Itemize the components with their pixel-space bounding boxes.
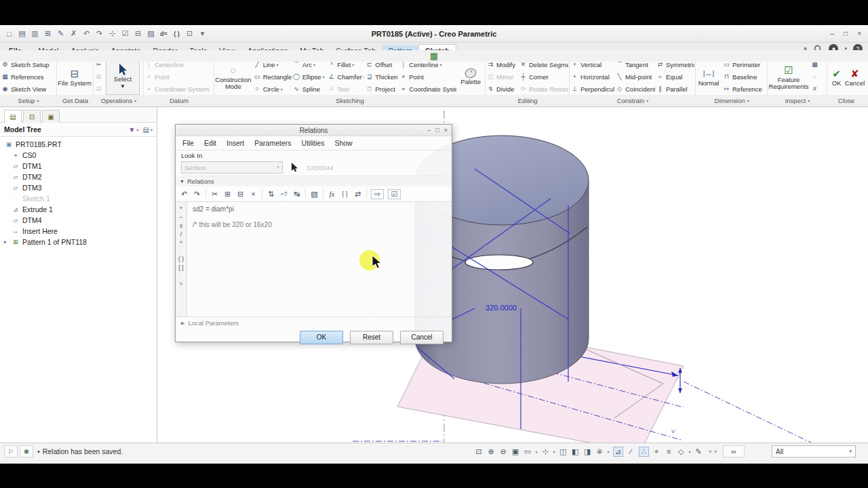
annotation-display-icon[interactable]: ≡ xyxy=(665,447,673,455)
selection-filter-select[interactable]: All▾ xyxy=(772,445,856,458)
equals-button[interactable]: = xyxy=(180,280,183,289)
select-object-cursor-icon[interactable] xyxy=(291,163,298,172)
select-button[interactable]: Select▾ xyxy=(106,58,140,95)
insert-image-icon[interactable]: ▧ xyxy=(310,190,319,199)
dialog-ok-button[interactable]: OK xyxy=(300,331,343,344)
menu-utilities[interactable]: Utilities xyxy=(302,139,325,147)
divide-operator-button[interactable]: / xyxy=(180,231,182,240)
verify-relations-icon[interactable]: ☑ xyxy=(388,189,401,199)
redo-icon[interactable]: ↷ xyxy=(94,28,105,39)
menu-insert[interactable]: Insert xyxy=(226,139,244,147)
csys-display-icon[interactable]: ⌖ xyxy=(652,447,661,456)
customize-toolbar-icon[interactable]: ▾ xyxy=(197,28,208,39)
file-system-button[interactable]: ⊟File System xyxy=(57,58,92,95)
verify-window-icon[interactable]: ☑ xyxy=(119,28,131,39)
paste-button[interactable]: ⊟ xyxy=(94,83,106,95)
overlapping-geometry-button[interactable]: # xyxy=(810,83,822,95)
relations-text-area[interactable]: sd2 = diam*pi /* this will be 320 or 16x… xyxy=(187,202,452,317)
mid-point-constraint-button[interactable]: ╲Mid-point xyxy=(614,70,655,83)
dialog-reset-button[interactable]: Reset xyxy=(350,331,393,344)
project-button[interactable]: □Project xyxy=(364,83,398,95)
cut-icon[interactable]: ✂ xyxy=(210,190,219,199)
tree-item-extrude1[interactable]: ⊿Extrude 1 xyxy=(4,204,157,215)
open-document-icon[interactable]: ▤ xyxy=(16,28,28,39)
brackets-button[interactable]: [ ] xyxy=(178,264,183,273)
menu-edit[interactable]: Edit xyxy=(204,139,216,147)
sketch-view-button[interactable]: ◉Sketch View xyxy=(0,83,50,95)
tree-item-pattern[interactable]: ▸⊞Pattern 1 of PNT118 xyxy=(4,237,157,247)
text-button[interactable]: AText xyxy=(326,83,364,95)
spin-center-icon[interactable]: ◇ xyxy=(677,447,686,456)
units-icon[interactable]: ↹ xyxy=(292,190,301,199)
plane-display-icon[interactable]: ⊿ xyxy=(613,447,623,457)
save-icon[interactable]: ▥ xyxy=(29,28,41,39)
group-constrain[interactable]: Constrain▾ xyxy=(570,95,696,106)
tree-item-sketch1[interactable]: ◌Sketch 1 xyxy=(4,193,157,204)
normal-dimension-button[interactable]: |↔|Normal xyxy=(696,58,722,95)
power-operator-button[interactable]: ^ xyxy=(180,240,182,249)
ellipse-button[interactable]: ◯Ellipse▾ xyxy=(292,70,327,83)
minus-operator-button[interactable]: − xyxy=(180,214,183,222)
chamfer-button[interactable]: ∠Chamfer▾ xyxy=(326,70,364,83)
display-style-icon[interactable]: ◫ xyxy=(559,447,568,456)
dialog-close-button[interactable]: × xyxy=(444,127,448,134)
reorder-relations-icon[interactable]: ⇅ xyxy=(267,190,275,199)
copy-button[interactable]: ⊞ xyxy=(94,70,106,83)
refit-icon[interactable]: ▣ xyxy=(511,447,520,456)
menu-file[interactable]: File xyxy=(182,139,194,147)
view-manager-icon[interactable]: ⊹ xyxy=(541,447,550,456)
zoom-out-icon[interactable]: ⊖ xyxy=(499,447,508,456)
dialog-minimize-button[interactable]: – xyxy=(427,127,431,134)
group-setup[interactable]: Setup▾ xyxy=(0,95,57,106)
coincident-constraint-button[interactable]: ◇Coincident xyxy=(614,83,655,95)
switch-dimensions-icon[interactable]: ⇄ xyxy=(353,190,362,199)
favorites-tab[interactable]: ▣ xyxy=(42,110,60,123)
window-switch-icon[interactable]: ⊡ xyxy=(184,28,195,39)
cancel-button[interactable]: ✘Cancel xyxy=(846,58,864,95)
highlight-open-ends-button[interactable]: ◌ xyxy=(810,70,822,83)
regenerate-icon[interactable]: ⊹ xyxy=(106,28,118,39)
new-document-icon[interactable]: □ xyxy=(3,28,15,39)
copy-icon[interactable]: ⊞ xyxy=(223,190,232,199)
perspective-icon[interactable]: ◧ xyxy=(571,447,580,456)
parallel-constraint-button[interactable]: ∥Parallel xyxy=(655,83,694,95)
screen-tip-icon[interactable]: ✱ xyxy=(20,445,33,458)
graphics-area[interactable]: 320.0000 V Relations – □ × File Edit Ins… xyxy=(157,107,868,445)
tree-filters-icon[interactable]: ▼ xyxy=(129,126,136,134)
group-dimension[interactable]: Dimension▾ xyxy=(696,95,768,106)
mirror-button[interactable]: ◫Mirror xyxy=(486,70,518,83)
model-edit-icon[interactable]: ✎ xyxy=(55,28,66,39)
relations-section-header[interactable]: ▼ Relations xyxy=(176,176,452,186)
comment-icon[interactable]: =? xyxy=(279,190,288,197)
expander-icon[interactable]: ▸ xyxy=(4,239,11,245)
datum-point-button[interactable]: ×Point xyxy=(144,70,210,83)
look-in-select[interactable]: Section▾ xyxy=(181,161,283,174)
menu-parameters[interactable]: Parameters xyxy=(254,139,291,147)
relations-icon[interactable]: d= xyxy=(158,28,170,39)
spline-button[interactable]: ∿Spline xyxy=(292,83,327,95)
dimension-label[interactable]: 320.0000 xyxy=(486,304,517,312)
group-inspect[interactable]: Inspect▾ xyxy=(768,95,827,106)
rotate-resize-button[interactable]: ⟳Rotate Resize xyxy=(518,83,568,95)
dialog-cancel-button[interactable]: Cancel xyxy=(400,331,443,344)
shade-options-icon[interactable]: ◨ xyxy=(583,447,592,456)
local-parameters-section[interactable]: ▶ Local Parameters xyxy=(176,317,452,329)
tree-item-insert-here[interactable]: →Insert Here xyxy=(4,226,157,237)
relations-dialog-titlebar[interactable]: Relations – □ × xyxy=(176,125,452,136)
tree-item-dtm4[interactable]: ▱DTM4 xyxy=(4,215,157,226)
tree-columns-icon[interactable]: ▤ xyxy=(143,126,149,134)
point-display-icon[interactable]: ∴ xyxy=(639,447,649,457)
folder-browser-tab[interactable]: ⊟ xyxy=(23,110,41,123)
tree-item-part[interactable]: ▣PRT0185.PRT xyxy=(4,139,157,150)
rectangle-button[interactable]: ▭Rectangle▾ xyxy=(252,70,292,83)
plus-operator-button[interactable]: + xyxy=(180,205,183,214)
minimize-button[interactable]: – xyxy=(831,30,835,37)
baseline-button[interactable]: ⊓Baseline xyxy=(722,70,765,83)
redo-icon[interactable]: ↷ xyxy=(193,190,201,199)
maximize-button[interactable]: □ xyxy=(844,30,848,37)
sketch-display-icon[interactable]: ✎ xyxy=(694,447,703,456)
close-button[interactable]: × xyxy=(857,30,861,37)
parameters-icon[interactable]: ( ) xyxy=(171,28,182,39)
render-appearance-icon[interactable]: ▨ xyxy=(145,28,157,39)
multiply-operator-button[interactable]: x xyxy=(180,222,182,231)
